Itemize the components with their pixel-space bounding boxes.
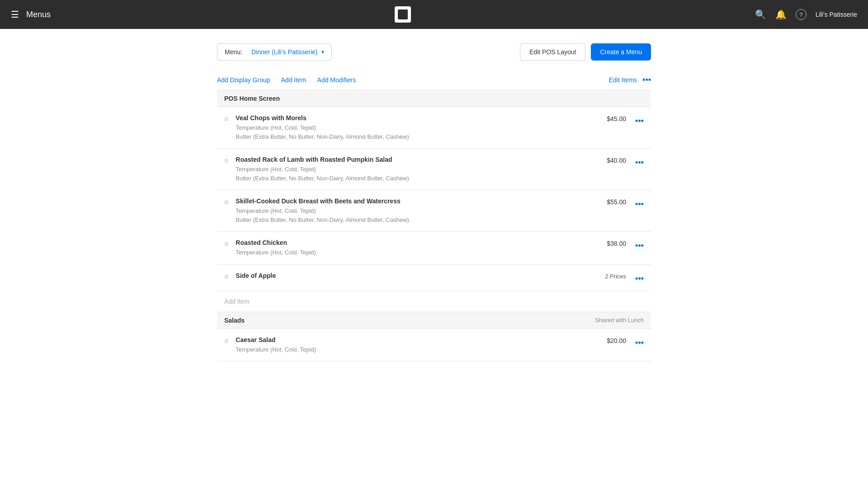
drag-handle-icon[interactable]: ≡	[224, 115, 228, 123]
item-price-special: 2 Prices	[605, 273, 626, 280]
action-bar-right: Edit Items •••	[609, 75, 651, 84]
section-header-pos: POS Home Screen	[217, 90, 651, 107]
item-info: Veal Chops with Morels Temperature (Hot,…	[236, 114, 607, 141]
item-more-icon[interactable]: •••	[635, 241, 644, 250]
nav-title: Menus	[26, 10, 51, 19]
item-modifier: Temperature (Hot, Cold, Tepid)	[236, 206, 607, 216]
bell-icon[interactable]: 🔔	[775, 9, 787, 20]
item-name: Veal Chops with Morels	[236, 114, 607, 122]
content-area: Menu: Dinner (Lili's Patisserie) ▾ Edit …	[217, 43, 651, 474]
user-menu[interactable]: Lili's Patisserie	[816, 11, 857, 18]
nav-center	[51, 6, 755, 23]
table-row: ≡ Skillet-Cooked Duck Breast with Beets …	[217, 190, 651, 232]
item-right: $45.00 •••	[607, 114, 644, 126]
item-price: $55.00	[607, 198, 626, 206]
item-modifier: Temperature (Hot, Cold, Tepid)	[236, 123, 607, 132]
item-name: Roasted Chicken	[236, 239, 607, 246]
square-logo[interactable]	[395, 6, 411, 23]
item-info: Skillet-Cooked Duck Breast with Beets an…	[236, 197, 607, 224]
section-header-salads: Salads Shared with Lunch	[217, 312, 651, 329]
item-info: Roasted Chicken Temperature (Hot, Cold, …	[236, 239, 607, 257]
add-display-group-link[interactable]: Add Display Group	[217, 76, 270, 84]
add-item-placeholder[interactable]: Add Item	[217, 291, 651, 312]
item-more-icon[interactable]: •••	[635, 158, 644, 167]
item-price: $20.00	[607, 337, 626, 344]
toolbar-right: Edit POS Layout Create a Menu	[520, 43, 651, 61]
item-modifier: Temperature (Hot, Cold, Tepid)	[236, 248, 607, 257]
square-logo-inner	[398, 9, 408, 19]
table-row: ≡ Roasted Chicken Temperature (Hot, Cold…	[217, 232, 651, 265]
drag-handle-icon[interactable]: ≡	[224, 198, 228, 206]
help-icon[interactable]: ?	[796, 9, 807, 20]
item-price: $45.00	[607, 115, 626, 122]
top-navigation: ☰ Menus 🔍 🔔 ? Lili's Patisserie	[0, 0, 868, 29]
item-modifier: Butter (Extra Butter, No Butter, Non-Dai…	[236, 132, 607, 141]
drag-handle-icon[interactable]: ≡	[224, 273, 228, 281]
add-modifiers-link[interactable]: Add Modifiers	[317, 76, 356, 84]
add-item-placeholder-text: Add Item	[224, 298, 250, 305]
main-wrapper: Menu: Dinner (Lili's Patisserie) ▾ Edit …	[0, 29, 868, 488]
table-row: ≡ Side of Apple 2 Prices •••	[217, 265, 651, 291]
action-bar-more-icon[interactable]: •••	[642, 75, 651, 84]
item-modifier: Butter (Extra Butter, No Butter, Non-Dai…	[236, 216, 607, 225]
table-row: ≡ Veal Chops with Morels Temperature (Ho…	[217, 107, 651, 149]
menu-value: Dinner (Lili's Patisserie)	[251, 48, 318, 56]
item-name: Roasted Rack of Lamb with Roasted Pumpki…	[236, 156, 607, 163]
add-item-link[interactable]: Add Item	[281, 76, 307, 84]
item-price: $40.00	[607, 157, 626, 164]
section-title-pos: POS Home Screen	[224, 95, 280, 102]
item-price: $38.00	[607, 240, 626, 247]
edit-pos-layout-button[interactable]: Edit POS Layout	[520, 43, 586, 61]
section-subtitle-salads: Shared with Lunch	[595, 317, 644, 324]
item-name: Caesar Salad	[236, 336, 607, 343]
item-modifier: Temperature (Hot, Cold, Tepid)	[236, 345, 607, 354]
action-links: Add Display Group Add Item Add Modifiers	[217, 76, 609, 84]
item-more-icon[interactable]: •••	[635, 116, 644, 126]
item-more-icon[interactable]: •••	[635, 274, 644, 283]
item-info: Side of Apple	[236, 272, 605, 281]
item-name: Side of Apple	[236, 272, 605, 279]
item-right: $40.00 •••	[607, 156, 644, 167]
table-row: ≡ Caesar Salad Temperature (Hot, Cold, T…	[217, 329, 651, 362]
hamburger-icon[interactable]: ☰	[11, 9, 19, 20]
item-modifier: Temperature (Hot, Cold, Tepid)	[236, 165, 607, 174]
item-right: 2 Prices •••	[605, 272, 644, 283]
chevron-down-icon: ▾	[321, 49, 324, 55]
drag-handle-icon[interactable]: ≡	[224, 337, 228, 345]
drag-handle-icon[interactable]: ≡	[224, 157, 228, 165]
menu-selector[interactable]: Menu: Dinner (Lili's Patisserie) ▾	[217, 43, 332, 61]
action-bar: Add Display Group Add Item Add Modifiers…	[217, 75, 651, 90]
drag-handle-icon[interactable]: ≡	[224, 240, 228, 248]
toolbar: Menu: Dinner (Lili's Patisserie) ▾ Edit …	[217, 43, 651, 61]
menu-label: Menu:	[225, 48, 242, 56]
item-name: Skillet-Cooked Duck Breast with Beets an…	[236, 197, 607, 205]
item-right: $55.00 •••	[607, 197, 644, 209]
edit-items-link[interactable]: Edit Items	[609, 76, 637, 84]
item-info: Roasted Rack of Lamb with Roasted Pumpki…	[236, 156, 607, 183]
nav-left: ☰ Menus	[11, 9, 51, 20]
create-menu-button[interactable]: Create a Menu	[591, 43, 651, 61]
item-more-icon[interactable]: •••	[635, 199, 644, 209]
table-row: ≡ Roasted Rack of Lamb with Roasted Pump…	[217, 149, 651, 190]
item-modifier: Butter (Extra Butter, No Butter, Non-Dai…	[236, 174, 607, 183]
nav-right: 🔍 🔔 ? Lili's Patisserie	[755, 9, 857, 20]
item-info: Caesar Salad Temperature (Hot, Cold, Tep…	[236, 336, 607, 354]
item-right: $20.00 •••	[607, 336, 644, 347]
item-right: $38.00 •••	[607, 239, 644, 250]
search-icon[interactable]: 🔍	[755, 9, 766, 20]
item-more-icon[interactable]: •••	[635, 338, 644, 347]
section-title-salads: Salads	[224, 317, 245, 324]
